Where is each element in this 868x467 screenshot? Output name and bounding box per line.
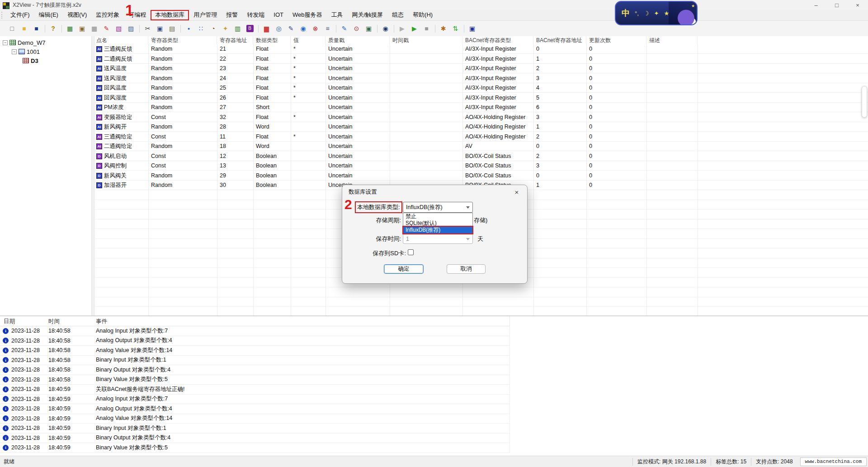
clock-red-icon[interactable]: ⊙	[351, 23, 362, 34]
column-header-bacnet-type[interactable]: BACnet寄存器类型	[462, 36, 533, 44]
menu-item-iot[interactable]: IOT	[269, 10, 288, 20]
log-row[interactable]: i2023-11-28 18:40:59 Binary Value 对象类型个数…	[0, 443, 510, 453]
menu-item-alarm[interactable]: 报警	[222, 10, 242, 20]
column-header-value[interactable]: 值	[291, 36, 326, 44]
open-file-icon[interactable]: ■	[19, 23, 30, 34]
database-b-icon[interactable]: B	[244, 23, 255, 34]
column-header-bacnet-address[interactable]: BACnet寄存器地址	[533, 36, 586, 44]
table-row[interactable]: AIPM浓度 Random 27 Short Uncertain AI/3X-I…	[95, 103, 868, 113]
menu-item-monitor-objects[interactable]: 监控对象	[91, 10, 124, 20]
log-row[interactable]: i2023-11-28 18:40:59 关联BACnet服务端寄存器地址正确!	[0, 385, 510, 395]
menu-item-local-database[interactable]: 本地数据库	[151, 10, 189, 20]
stop-icon[interactable]: ■	[421, 23, 432, 34]
menu-item-gateway-touchscreen[interactable]: 网关/触摸屏	[347, 10, 387, 20]
web-globe-icon[interactable]: ◉	[297, 23, 309, 34]
table-row[interactable]: AI回风温度 Random 25 Float * Uncertain AI/3X…	[95, 83, 868, 93]
log-row[interactable]: i2023-11-28 18:40:59 Analog Input 对象类型个数…	[0, 395, 510, 405]
collapse-icon[interactable]: −	[3, 40, 8, 45]
address-list-icon[interactable]: ∷	[195, 23, 207, 34]
bacnet-b-icon[interactable]: ▣	[467, 23, 478, 34]
ime-moon-icon[interactable]: ☽	[644, 10, 649, 17]
collapse-icon[interactable]: −	[12, 49, 17, 54]
table-row[interactable]: AI变频器给定 Const 32 Float * Uncertain AO/4X…	[95, 113, 868, 123]
table-row[interactable]: AI送风温度 Random 23 Float * Uncertain AI/3X…	[95, 64, 868, 74]
table-row[interactable]: D新风阀关 Random 29 Boolean Uncertain BO/0X-…	[95, 171, 868, 181]
eye-icon[interactable]: ◉	[380, 23, 391, 34]
pointer-grid-icon[interactable]: ▨	[125, 23, 137, 34]
monitor-grid-icon[interactable]: ▦	[64, 23, 75, 34]
globe-pen-icon[interactable]: ✎	[339, 23, 350, 34]
column-header-timestamp[interactable]: 时间戳	[390, 36, 462, 44]
table-row[interactable]: AI二通阀给定 Random 18 Word Uncertain AV 0 0	[95, 142, 868, 152]
log-row[interactable]: i2023-11-28 18:40:58 Binary Value 对象类型个数…	[0, 375, 510, 385]
log-column-time[interactable]: 时间	[48, 316, 96, 326]
add-screen-icon[interactable]: ▣	[76, 23, 88, 34]
table-row[interactable]: D风阀控制 Const 13 Boolean Uncertain BO/0X-C…	[95, 161, 868, 171]
restore-button[interactable]: □	[826, 0, 847, 10]
log-row[interactable]: i2023-11-28 18:40:58 Analog Value 对象类型个数…	[0, 346, 510, 356]
panel-splitter[interactable]	[92, 36, 95, 315]
preview-screen-icon[interactable]: ◎	[273, 23, 284, 34]
menu-item-web-server[interactable]: Web服务器	[288, 10, 327, 20]
debug-tools-icon[interactable]: ✱	[438, 23, 449, 34]
tree-item-d3[interactable]: D3	[0, 56, 91, 65]
menu-item-user-management[interactable]: 用户管理	[189, 10, 222, 20]
log-row[interactable]: i2023-11-28 18:40:59 Analog Value 对象类型个数…	[0, 414, 510, 424]
menu-item-configuration[interactable]: 组态	[387, 10, 408, 20]
copy-icon[interactable]: ▣	[154, 23, 165, 34]
log-row[interactable]: i2023-11-28 18:40:59 Analog Output 对象类型个…	[0, 404, 510, 414]
ok-button[interactable]: 确定	[384, 264, 424, 274]
ime-skin-icon[interactable]: ✦	[654, 10, 659, 17]
draw-pen-icon[interactable]: ✎	[101, 23, 112, 34]
log-row[interactable]: i2023-11-28 18:40:59 Binary Input 对象类型个数…	[0, 424, 510, 434]
option-disable[interactable]: 禁止	[403, 213, 472, 220]
column-header-description[interactable]: 描述	[646, 36, 698, 44]
menu-item-forwarder[interactable]: 转发端	[242, 10, 269, 20]
new-file-icon[interactable]: □	[6, 23, 18, 34]
close-button[interactable]: ×	[847, 0, 868, 10]
palette-icon[interactable]: ▧	[113, 23, 124, 34]
menu-item-view[interactable]: 视图(V)	[63, 10, 91, 20]
timer-icon[interactable]: ◔	[208, 23, 219, 34]
minimize-button[interactable]: –	[806, 0, 826, 10]
save-time-dropdown[interactable]: 1	[403, 234, 473, 244]
ime-punctuation-icon[interactable]: °,	[635, 10, 639, 17]
grid-view-icon[interactable]: ▦	[89, 23, 100, 34]
save-icon[interactable]: ■	[31, 23, 42, 34]
log-column-event[interactable]: 事件	[96, 316, 503, 326]
help-icon[interactable]: ?	[47, 23, 59, 34]
layers-icon[interactable]: ≡	[322, 23, 333, 34]
log-row[interactable]: i2023-11-28 18:40:58 Analog Input 对象类型个数…	[0, 326, 510, 336]
run-disabled-icon[interactable]: ▶	[396, 23, 408, 34]
column-header-quality[interactable]: 质量戳	[326, 36, 390, 44]
table-row[interactable]: AI二通阀反馈 Random 22 Float * Uncertain AI/3…	[95, 54, 868, 64]
script-edit-icon[interactable]: ✎	[285, 23, 297, 34]
column-header-register-address[interactable]: 寄存器地址	[217, 36, 253, 44]
paste-icon[interactable]: ▤	[166, 23, 178, 34]
chart-icon[interactable]: ▆	[261, 23, 272, 34]
column-header-data-type[interactable]: 数据类型	[253, 36, 291, 44]
ime-star-icon[interactable]: ★	[664, 10, 669, 17]
menu-item-file[interactable]: 文件(F)	[6, 10, 34, 20]
db-type-dropdown[interactable]: InfluxDB(推荐)	[403, 202, 473, 213]
ime-mode-button[interactable]: 中	[622, 8, 630, 19]
column-header-register-type[interactable]: 寄存器类型	[148, 36, 217, 44]
alarm-clock-icon[interactable]: ⊗	[310, 23, 321, 34]
tree-item-1001[interactable]: − 1001	[0, 47, 91, 56]
dialog-close-button[interactable]: ×	[512, 187, 522, 196]
upload-download-icon[interactable]: ⇅	[450, 23, 461, 34]
table-row[interactable]: D风机启动 Const 12 Boolean Uncertain BO/0X-C…	[95, 152, 868, 162]
column-header-tag-name[interactable]: 点名	[95, 36, 148, 44]
key-tools-icon[interactable]: ✦	[220, 23, 231, 34]
menu-item-help[interactable]: 帮助(H)	[408, 10, 437, 20]
log-row[interactable]: i2023-11-28 18:40:58 Binary Input 对象类型个数…	[0, 356, 510, 366]
menu-item-edit[interactable]: 编辑(E)	[34, 10, 63, 20]
data-table-icon[interactable]: ▥	[232, 23, 243, 34]
table-row[interactable]: AI三通阀给定 Const 11 Float * Uncertain AO/4X…	[95, 132, 868, 142]
copy-screen-icon[interactable]: ▣	[363, 23, 374, 34]
cut-icon[interactable]: ✂	[142, 23, 153, 34]
table-row[interactable]: AI回风湿度 Random 26 Float * Uncertain AI/3X…	[95, 93, 868, 103]
run-icon[interactable]: ▶	[409, 23, 420, 34]
table-row[interactable]: AI三通阀反馈 Random 21 Float * Uncertain AI/3…	[95, 44, 868, 54]
table-row[interactable]: AI新风阀开 Random 28 Word Uncertain AO/4X-Ho…	[95, 122, 868, 132]
